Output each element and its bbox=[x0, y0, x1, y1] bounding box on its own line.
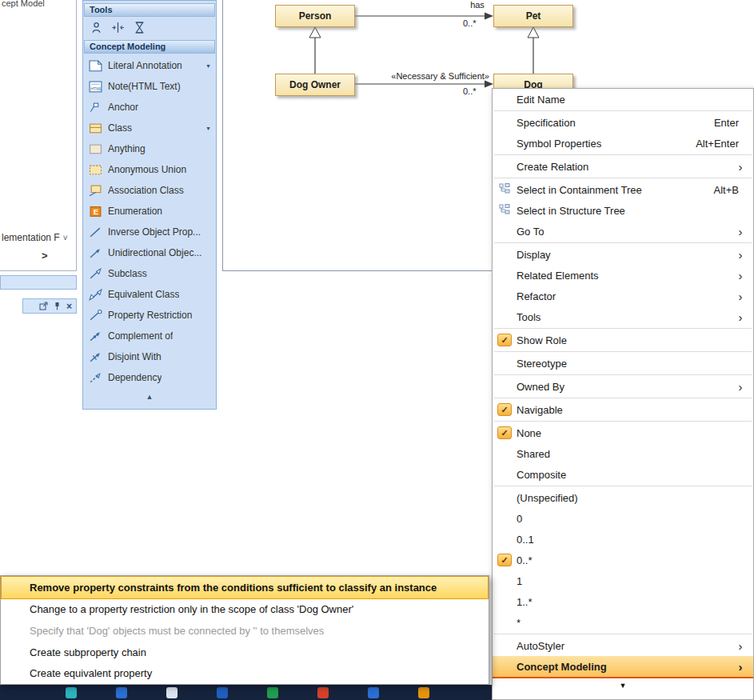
submenu-item-create-subproperty-chain[interactable]: Create subproperty chain bbox=[1, 642, 489, 663]
class-person[interactable]: Person bbox=[275, 5, 355, 27]
teal-app-icon[interactable] bbox=[66, 687, 77, 698]
swimlane-tool-icon[interactable] bbox=[111, 22, 125, 33]
red-app-icon[interactable] bbox=[317, 687, 329, 698]
expand-chevron-button[interactable]: > bbox=[42, 250, 48, 262]
person-tool-icon[interactable] bbox=[90, 22, 103, 33]
menu-scroll-down-area[interactable]: ▼ bbox=[493, 677, 753, 699]
multiplicity-label[interactable]: 0..* bbox=[463, 86, 477, 96]
palette-item-dependency[interactable]: Dependency bbox=[83, 367, 216, 388]
menu-item-unspecified[interactable]: (Unspecified) bbox=[493, 487, 753, 508]
palette-item-association-class[interactable]: Association Class bbox=[83, 180, 216, 201]
menu-item-owned-by[interactable]: Owned By› bbox=[493, 376, 753, 397]
menu-item-select-in-structure-tree[interactable]: Select in Structure Tree bbox=[493, 200, 753, 221]
menu-item-tools[interactable]: Tools› bbox=[493, 306, 753, 327]
association-arrowhead bbox=[485, 13, 493, 20]
palette-item-class[interactable]: Class ▼ bbox=[83, 118, 216, 138]
application-window: cept Model lementation F ˅ > × Person Pe… bbox=[0, 0, 754, 700]
menu-item-concept-modeling[interactable]: Concept Modeling› bbox=[493, 656, 753, 677]
association-class-icon bbox=[89, 185, 102, 196]
class-dog-owner[interactable]: Dog Owner bbox=[275, 74, 355, 96]
menu-item-select-in-containment-tree[interactable]: Select in Containment TreeAlt+B bbox=[493, 179, 753, 200]
palette-item-subclass[interactable]: Subclass bbox=[83, 263, 216, 284]
palette-item-anything[interactable]: Anything bbox=[83, 138, 216, 159]
menu-item-symbol-properties[interactable]: Symbol PropertiesAlt+Enter bbox=[493, 133, 753, 154]
equivalent-class-icon bbox=[89, 289, 102, 300]
stereotype-label[interactable]: «Necessary & Sufficient» bbox=[357, 71, 489, 81]
blue-app-icon-2[interactable] bbox=[217, 687, 228, 698]
menu-item-autostyler[interactable]: AutoStyler› bbox=[493, 635, 753, 656]
implementation-tree-item[interactable]: lementation F ˅ bbox=[2, 232, 68, 243]
palette-item-anonymous-union[interactable]: Anonymous Union bbox=[83, 159, 216, 180]
palette-item-property-restriction[interactable]: Property Restriction bbox=[83, 305, 216, 326]
green-app-icon[interactable] bbox=[267, 687, 278, 698]
menu-item-1[interactable]: 1 bbox=[493, 570, 753, 591]
palette-item-complement-of[interactable]: Complement of bbox=[83, 326, 216, 346]
menu-separator bbox=[494, 351, 752, 352]
menu-item-refactor[interactable]: Refactor› bbox=[493, 286, 753, 306]
menu-item-stereotype[interactable]: Stereotype bbox=[493, 353, 753, 374]
orange-app-icon[interactable] bbox=[418, 687, 429, 698]
palette-item-anchor[interactable]: Anchor bbox=[83, 97, 216, 118]
submenu-arrow-icon: › bbox=[734, 640, 747, 652]
menu-item-1-star[interactable]: 1..* bbox=[493, 591, 753, 612]
palette-item-unidirectional-object-property[interactable]: Unidirectional Objec... bbox=[83, 242, 216, 263]
submenu-item-change-to-property-restriction[interactable]: Change to a property restriction only in… bbox=[1, 599, 489, 621]
palette-item-disjoint-with[interactable]: Disjoint With bbox=[83, 346, 216, 367]
menu-item-star[interactable]: * bbox=[493, 612, 753, 633]
inverse-object-property-icon bbox=[89, 226, 102, 238]
submenu-item-create-equivalent-property[interactable]: Create equivalent property bbox=[1, 662, 489, 684]
menu-item-show-role[interactable]: ✓Show Role bbox=[493, 330, 753, 350]
menu-separator bbox=[494, 421, 752, 422]
checkmark-icon: ✓ bbox=[497, 426, 512, 439]
menu-item-composite[interactable]: Composite bbox=[493, 464, 753, 485]
menu-item-display[interactable]: Display› bbox=[493, 244, 753, 265]
collapsed-panel-bar[interactable] bbox=[0, 275, 77, 290]
implementation-label: lementation F bbox=[2, 232, 60, 243]
palette-item-equivalent-class[interactable]: Equivalent Class bbox=[83, 284, 216, 305]
menu-item-create-relation[interactable]: Create Relation› bbox=[493, 156, 753, 177]
palette-item-note-html[interactable]: HTML Note(HTML Text) bbox=[83, 76, 216, 97]
dropdown-arrow-icon[interactable]: ▼ bbox=[205, 126, 211, 131]
structure-tree-icon bbox=[499, 204, 510, 217]
palette-scroll-up-icon[interactable]: ▲ bbox=[83, 393, 216, 401]
class-pet[interactable]: Pet bbox=[493, 5, 573, 27]
menu-item-related-elements[interactable]: Related Elements› bbox=[493, 265, 753, 286]
menu-item-0-1[interactable]: 0..1 bbox=[493, 529, 753, 550]
blue-app-icon-3[interactable] bbox=[368, 687, 379, 698]
panel-titlebar: × bbox=[22, 298, 77, 314]
checkmark-icon: ✓ bbox=[497, 554, 512, 566]
submenu-arrow-icon: › bbox=[734, 381, 747, 393]
menu-item-go-to[interactable]: Go To› bbox=[493, 221, 753, 242]
menu-item-edit-name[interactable]: Edit Name bbox=[493, 89, 753, 110]
association-name-label[interactable]: has bbox=[463, 0, 492, 10]
palette-header-tools[interactable]: Tools bbox=[84, 3, 215, 17]
submenu-item-specify-dog-self-connection: Specify that 'Dog' objects must be conne… bbox=[1, 620, 489, 642]
hourglass-tool-icon[interactable] bbox=[133, 22, 146, 33]
palette-item-inverse-object-property[interactable]: Inverse Object Prop... bbox=[83, 222, 216, 242]
collapse-caret-icon[interactable]: ˅ bbox=[63, 234, 68, 242]
dropdown-arrow-icon[interactable]: ▼ bbox=[205, 63, 211, 69]
property-restriction-icon bbox=[89, 310, 102, 321]
menu-item-shared[interactable]: Shared bbox=[493, 443, 753, 464]
submenu-item-remove-property-constraints[interactable]: Remove property constraints from the con… bbox=[1, 576, 489, 599]
menu-item-0[interactable]: 0 bbox=[493, 508, 753, 529]
submenu-arrow-icon: › bbox=[734, 249, 747, 261]
anything-icon bbox=[89, 143, 102, 154]
menu-item-none[interactable]: ✓None bbox=[493, 422, 753, 443]
menu-item-navigable[interactable]: ✓Navigable bbox=[493, 399, 753, 420]
blue-app-icon[interactable] bbox=[116, 687, 127, 698]
palette-item-enumeration[interactable]: E Enumeration bbox=[83, 201, 216, 222]
close-panel-icon[interactable]: × bbox=[66, 302, 72, 311]
submenu-arrow-icon: › bbox=[734, 161, 747, 173]
light-app-icon[interactable] bbox=[166, 687, 178, 698]
multiplicity-label[interactable]: 0..* bbox=[463, 18, 477, 28]
pin-panel-icon[interactable] bbox=[54, 302, 61, 310]
menu-item-0-star[interactable]: ✓0..* bbox=[493, 550, 753, 570]
palette-section-concept-modeling[interactable]: Concept Modeling bbox=[84, 40, 215, 54]
palette-item-literal-annotation[interactable]: Literal Annotation ▼ bbox=[83, 55, 216, 76]
containment-tree-icon bbox=[499, 183, 510, 196]
menu-item-specification[interactable]: SpecificationEnter bbox=[493, 112, 753, 133]
literal-annotation-icon bbox=[89, 60, 102, 71]
anchor-icon bbox=[89, 102, 102, 113]
float-panel-icon[interactable] bbox=[39, 302, 48, 310]
